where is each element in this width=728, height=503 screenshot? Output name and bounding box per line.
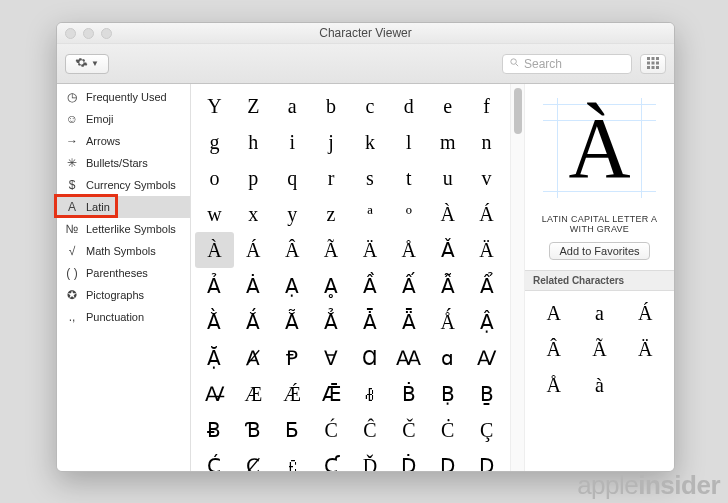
- grid-scrollbar[interactable]: [510, 84, 524, 471]
- related-character-cell[interactable]: Å: [531, 367, 577, 403]
- character-cell[interactable]: ª: [351, 196, 390, 232]
- character-cell[interactable]: Â: [273, 232, 312, 268]
- character-cell[interactable]: z: [312, 196, 351, 232]
- grid-view-toggle-button[interactable]: [640, 54, 666, 74]
- sidebar-item-arrows[interactable]: →Arrows: [57, 130, 190, 152]
- character-cell[interactable]: w: [195, 196, 234, 232]
- character-cell[interactable]: b: [312, 88, 351, 124]
- character-cell[interactable]: Z: [234, 88, 273, 124]
- character-cell[interactable]: c: [351, 88, 390, 124]
- character-cell[interactable]: Ḋ: [389, 448, 428, 471]
- character-cell[interactable]: Ᵽ: [273, 340, 312, 376]
- character-cell[interactable]: Ḍ: [467, 448, 506, 471]
- character-cell[interactable]: d: [389, 88, 428, 124]
- character-cell[interactable]: Ꞓ: [273, 448, 312, 471]
- sidebar-item-latin[interactable]: ALatin: [57, 196, 190, 218]
- character-cell[interactable]: Ằ: [195, 304, 234, 340]
- sidebar-item-math-symbols[interactable]: √Math Symbols: [57, 240, 190, 262]
- character-cell[interactable]: Ầ: [351, 268, 390, 304]
- sidebar-item-currency-symbols[interactable]: $Currency Symbols: [57, 174, 190, 196]
- related-character-cell[interactable]: Ä: [622, 331, 668, 367]
- character-cell[interactable]: Ɓ: [234, 412, 273, 448]
- character-cell[interactable]: u: [428, 160, 467, 196]
- add-to-favorites-button[interactable]: Add to Favorites: [549, 242, 649, 260]
- character-cell[interactable]: Ä: [351, 232, 390, 268]
- scrollbar-thumb[interactable]: [514, 88, 522, 134]
- character-cell[interactable]: y: [273, 196, 312, 232]
- character-cell[interactable]: Ǡ: [351, 304, 390, 340]
- character-cell[interactable]: Ǟ: [389, 304, 428, 340]
- character-cell[interactable]: Ɑ: [351, 340, 390, 376]
- character-cell[interactable]: j: [312, 124, 351, 160]
- character-cell[interactable]: º: [389, 196, 428, 232]
- character-cell[interactable]: Á: [467, 196, 506, 232]
- character-cell[interactable]: p: [234, 160, 273, 196]
- character-cell[interactable]: Ꜳ: [389, 340, 428, 376]
- character-cell[interactable]: À: [428, 196, 467, 232]
- character-cell[interactable]: n: [467, 124, 506, 160]
- character-cell[interactable]: Ꞗ: [351, 376, 390, 412]
- related-character-cell[interactable]: Â: [531, 331, 577, 367]
- character-cell[interactable]: Ḁ: [312, 268, 351, 304]
- character-cell[interactable]: i: [273, 124, 312, 160]
- sidebar-item-pictographs[interactable]: ✪Pictographs: [57, 284, 190, 306]
- related-character-cell[interactable]: à: [577, 367, 623, 403]
- character-cell[interactable]: o: [195, 160, 234, 196]
- character-cell[interactable]: Ǎ: [428, 232, 467, 268]
- character-cell[interactable]: Ꜻ: [195, 376, 234, 412]
- related-character-cell[interactable]: a: [577, 295, 623, 331]
- character-cell[interactable]: Ǻ: [428, 304, 467, 340]
- character-cell[interactable]: r: [312, 160, 351, 196]
- character-cell[interactable]: Ấ: [389, 268, 428, 304]
- character-cell[interactable]: Ǣ: [312, 376, 351, 412]
- character-cell[interactable]: Á: [234, 232, 273, 268]
- character-cell[interactable]: s: [351, 160, 390, 196]
- sidebar-item-emoji[interactable]: ☺Emoji: [57, 108, 190, 130]
- character-cell[interactable]: Ã: [312, 232, 351, 268]
- character-cell[interactable]: Ậ: [467, 304, 506, 340]
- character-cell[interactable]: À: [195, 232, 234, 268]
- character-cell[interactable]: Å: [389, 232, 428, 268]
- sidebar-item-frequently-used[interactable]: ◷Frequently Used: [57, 86, 190, 108]
- character-cell[interactable]: Ẩ: [467, 268, 506, 304]
- character-cell[interactable]: Ǽ: [273, 376, 312, 412]
- character-cell[interactable]: Ắ: [234, 304, 273, 340]
- character-cell[interactable]: Ꜹ: [467, 340, 506, 376]
- character-cell[interactable]: Ⱥ: [234, 340, 273, 376]
- character-cell[interactable]: f: [467, 88, 506, 124]
- character-cell[interactable]: Ḉ: [195, 448, 234, 471]
- character-cell[interactable]: l: [389, 124, 428, 160]
- character-cell[interactable]: Ƃ: [273, 412, 312, 448]
- character-cell[interactable]: Ç: [467, 412, 506, 448]
- character-cell[interactable]: Ẳ: [312, 304, 351, 340]
- character-cell[interactable]: Ȧ: [234, 268, 273, 304]
- character-cell[interactable]: Æ: [234, 376, 273, 412]
- character-cell[interactable]: Ƀ: [195, 412, 234, 448]
- sidebar-item-parentheses[interactable]: ( )Parentheses: [57, 262, 190, 284]
- sidebar-item-bullets-stars[interactable]: ✳Bullets/Stars: [57, 152, 190, 174]
- character-cell[interactable]: g: [195, 124, 234, 160]
- character-cell[interactable]: Ạ: [273, 268, 312, 304]
- character-cell[interactable]: Ɐ: [312, 340, 351, 376]
- action-menu-button[interactable]: ▼: [65, 54, 109, 74]
- related-character-cell[interactable]: A: [531, 295, 577, 331]
- character-cell[interactable]: Ď: [351, 448, 390, 471]
- character-cell[interactable]: Ȼ: [234, 448, 273, 471]
- character-cell[interactable]: m: [428, 124, 467, 160]
- sidebar-item-letterlike-symbols[interactable]: №Letterlike Symbols: [57, 218, 190, 240]
- search-input[interactable]: Search: [502, 54, 632, 74]
- character-cell[interactable]: k: [351, 124, 390, 160]
- character-cell[interactable]: t: [389, 160, 428, 196]
- related-character-cell[interactable]: Ã: [577, 331, 623, 367]
- character-cell[interactable]: Ċ: [428, 412, 467, 448]
- character-cell[interactable]: v: [467, 160, 506, 196]
- character-cell[interactable]: Ḃ: [389, 376, 428, 412]
- character-cell[interactable]: Ẵ: [273, 304, 312, 340]
- character-cell[interactable]: Ć: [312, 412, 351, 448]
- character-cell[interactable]: Ặ: [195, 340, 234, 376]
- character-cell[interactable]: Ĉ: [351, 412, 390, 448]
- character-cell[interactable]: ɑ: [428, 340, 467, 376]
- related-character-cell[interactable]: Á: [622, 295, 668, 331]
- character-cell[interactable]: Ả: [195, 268, 234, 304]
- character-cell[interactable]: Ḅ: [428, 376, 467, 412]
